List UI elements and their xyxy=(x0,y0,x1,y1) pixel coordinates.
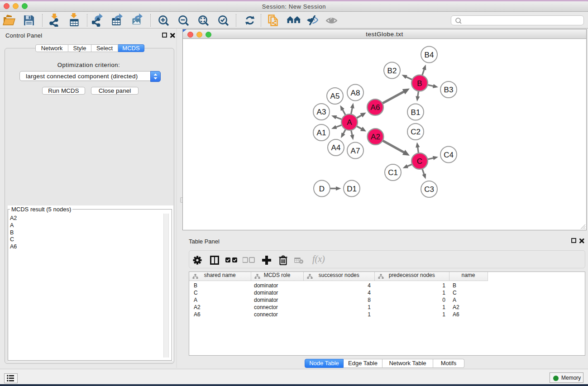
svg-text:A5: A5 xyxy=(330,92,340,100)
svg-text:A6: A6 xyxy=(371,103,380,112)
svg-text:B2: B2 xyxy=(387,67,397,75)
svg-text:A4: A4 xyxy=(331,143,341,152)
svg-text:C4: C4 xyxy=(444,151,454,159)
svg-text:C1: C1 xyxy=(388,168,398,177)
svg-text:A8: A8 xyxy=(351,89,360,97)
svg-text:D1: D1 xyxy=(347,185,357,193)
svg-text:C3: C3 xyxy=(424,185,434,194)
svg-text:A3: A3 xyxy=(317,108,326,116)
svg-text:B3: B3 xyxy=(444,86,454,94)
svg-text:C: C xyxy=(417,157,422,166)
svg-text:C2: C2 xyxy=(411,128,421,136)
svg-text:B1: B1 xyxy=(411,108,421,117)
svg-text:A1: A1 xyxy=(317,129,326,137)
svg-text:A7: A7 xyxy=(351,147,360,155)
svg-text:B4: B4 xyxy=(425,51,434,59)
svg-text:A: A xyxy=(347,118,352,127)
svg-text:D: D xyxy=(319,185,325,193)
svg-text:B: B xyxy=(417,79,422,88)
svg-text:A2: A2 xyxy=(371,133,380,141)
